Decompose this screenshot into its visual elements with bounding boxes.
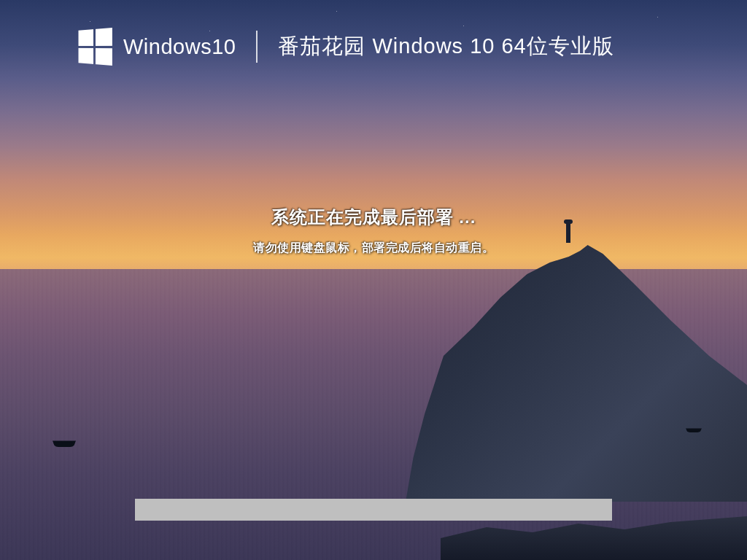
edition-label: 番茄花园 Windows 10 64位专业版 — [278, 32, 614, 61]
brand-label: Windows10 — [123, 35, 236, 59]
stars-decoration — [0, 0, 747, 140]
wallpaper-background — [0, 0, 747, 560]
deployment-messages: 系统正在完成最后部署 ... 请勿使用键盘鼠标，部署完成后将自动重启。 — [0, 206, 747, 256]
warning-message: 请勿使用键盘鼠标，部署完成后将自动重启。 — [0, 241, 747, 256]
status-message: 系统正在完成最后部署 ... — [0, 206, 747, 229]
deployment-progress-bar — [135, 499, 612, 521]
header-divider — [256, 31, 258, 63]
windows-logo-icon — [79, 28, 112, 66]
header-bar: Windows10 番茄花园 Windows 10 64位专业版 — [77, 29, 614, 64]
